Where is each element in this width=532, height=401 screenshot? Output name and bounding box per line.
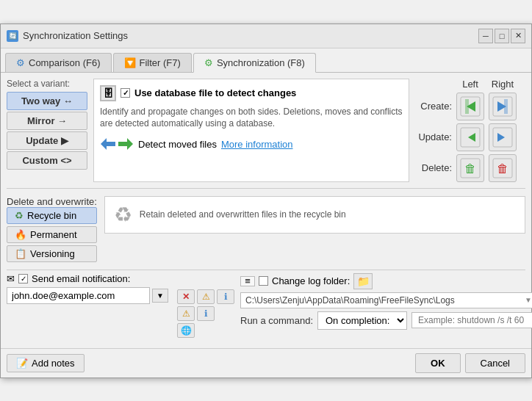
version-icon: 📋 bbox=[15, 248, 26, 259]
variant-custom-button[interactable]: Custom <> bbox=[7, 151, 87, 170]
separator-1 bbox=[7, 188, 525, 189]
cancel-button[interactable]: Cancel bbox=[465, 353, 525, 373]
detect-left-arrow-icon bbox=[100, 137, 116, 151]
db-detect-checkbox[interactable]: ✓ bbox=[121, 88, 130, 98]
more-info-link[interactable]: More information bbox=[221, 139, 293, 150]
svg-rect-7 bbox=[504, 99, 508, 114]
database-icon: 🗄 bbox=[100, 85, 116, 101]
command-label: Run a command: bbox=[240, 315, 313, 326]
svg-text:🗑: 🗑 bbox=[497, 162, 508, 175]
email-section: ✉ ✓ Send email notification: ▼ bbox=[7, 273, 168, 304]
delete-left-trash-icon: 🗑 bbox=[459, 157, 481, 179]
delete-right-button[interactable]: 🗑 bbox=[489, 154, 517, 182]
delete-label: Delete: bbox=[415, 162, 452, 173]
tab-comparison-label: Comparison (F6) bbox=[29, 57, 101, 68]
tabs-bar: ⚙ Comparison (F6) 🔽 Filter (F7) ⚙ Synchr… bbox=[1, 48, 531, 73]
arrow-col-labels: Left Right bbox=[456, 79, 525, 90]
email-checkbox[interactable]: ✓ bbox=[18, 274, 28, 283]
versioning-button[interactable]: 📋 Versioning bbox=[7, 245, 97, 262]
svg-marker-0 bbox=[101, 138, 115, 150]
command-select[interactable]: On completion: bbox=[317, 311, 407, 330]
delete-options: ♻ Recycle bin 🔥 Permanent 📋 Versioning bbox=[7, 207, 97, 262]
description-text: Identify and propagate changes on both s… bbox=[100, 106, 403, 131]
info-action-button[interactable]: ℹ bbox=[217, 289, 234, 304]
svg-rect-4 bbox=[465, 99, 469, 114]
detect-icons bbox=[100, 137, 134, 151]
notes-icon: 📝 bbox=[16, 358, 28, 369]
recycle-icon: ♻ bbox=[15, 210, 24, 221]
log-path-input[interactable] bbox=[240, 292, 532, 308]
update-left-arrow-icon bbox=[459, 126, 481, 148]
arrows-panel: Left Right Create: bbox=[415, 79, 525, 182]
log-header-label: Change log folder: bbox=[272, 275, 350, 286]
description-panel: 🗄 ✓ Use database file to detect changes … bbox=[93, 79, 409, 182]
maximize-button[interactable]: □ bbox=[495, 29, 509, 43]
envelope-icon: ✉ bbox=[7, 273, 15, 284]
footer-left: 📝 Add notes bbox=[7, 354, 85, 372]
close-button[interactable]: ✕ bbox=[511, 29, 525, 43]
email-action-row-3: 🌐 bbox=[177, 323, 234, 338]
tab-synchronization[interactable]: ⚙ Synchronization (F8) bbox=[193, 53, 316, 73]
create-row: Create: bbox=[415, 93, 525, 120]
gear-icon: ⚙ bbox=[16, 57, 25, 68]
email-action-row-2: ⚠ ℹ bbox=[177, 306, 234, 321]
create-left-arrow-icon bbox=[459, 95, 481, 118]
email-action-row-1: ✕ ⚠ ℹ bbox=[177, 289, 234, 304]
variant-two-way-button[interactable]: Two way ↔ bbox=[7, 92, 87, 110]
fire-icon: 🔥 bbox=[15, 229, 26, 240]
content-area: Select a variant: Two way ↔ Mirror → Upd… bbox=[1, 73, 531, 344]
window-title: Synchronization Settings bbox=[23, 30, 128, 41]
command-input[interactable] bbox=[411, 312, 532, 328]
bottom-section: ✉ ✓ Send email notification: ▼ ✕ ⚠ ℹ ⚠ bbox=[7, 273, 525, 338]
right-col-label: Right bbox=[489, 79, 517, 90]
email-input[interactable] bbox=[7, 287, 150, 304]
update-left-button[interactable] bbox=[456, 123, 484, 151]
delete-overwrite-panel: Delete and overwrite: ♻ Recycle bin 🔥 Pe… bbox=[7, 196, 97, 262]
variant-update-button[interactable]: Update ▶ bbox=[7, 131, 87, 150]
error-action-button[interactable]: ✕ bbox=[177, 289, 195, 304]
create-label: Create: bbox=[415, 101, 452, 112]
log-dropdown-arrow[interactable]: ▼ bbox=[525, 296, 532, 304]
update-label: Update: bbox=[415, 131, 452, 142]
variant-mirror-button[interactable]: Mirror → bbox=[7, 112, 87, 130]
log-icon: ≡ bbox=[240, 276, 255, 286]
log-checkbox[interactable] bbox=[259, 276, 268, 286]
email-dropdown-button[interactable]: ▼ bbox=[152, 289, 168, 303]
tab-synchronization-label: Synchronization (F8) bbox=[217, 57, 305, 68]
log-folder-button[interactable]: 📁 bbox=[353, 273, 373, 289]
versioning-label: Versioning bbox=[30, 248, 75, 259]
top-section: Select a variant: Two way ↔ Mirror → Upd… bbox=[7, 79, 525, 182]
sync-icon: ⚙ bbox=[204, 57, 213, 68]
log-header: ≡ Change log folder: 📁 bbox=[240, 273, 532, 289]
delete-left-button[interactable]: 🗑 bbox=[456, 154, 484, 182]
recycle-bin-button[interactable]: ♻ Recycle bin bbox=[7, 207, 97, 224]
update-row: Update: bbox=[415, 123, 525, 151]
sync-error-button[interactable]: ⚠ bbox=[177, 306, 195, 321]
tab-filter[interactable]: 🔽 Filter (F7) bbox=[113, 53, 192, 72]
separator-2 bbox=[7, 270, 525, 270]
tab-comparison[interactable]: ⚙ Comparison (F6) bbox=[5, 53, 112, 72]
email-header-label: Send email notification: bbox=[32, 273, 130, 284]
log-path-row: ▼ bbox=[240, 292, 532, 308]
log-path-container: ▼ bbox=[240, 292, 532, 308]
delete-overwrite-label: Delete and overwrite: bbox=[7, 196, 97, 207]
update-right-button[interactable] bbox=[489, 123, 517, 151]
email-header: ✉ ✓ Send email notification: bbox=[7, 273, 168, 284]
delete-right-trash-icon: 🗑 bbox=[492, 157, 514, 179]
create-left-button[interactable] bbox=[456, 93, 484, 120]
log-section: ≡ Change log folder: 📁 ▼ Run a command: … bbox=[240, 273, 532, 330]
warning-action-button[interactable]: ⚠ bbox=[197, 289, 215, 304]
global-action-button[interactable]: 🌐 bbox=[177, 323, 195, 338]
minimize-button[interactable]: ─ bbox=[478, 29, 493, 43]
email-input-row: ▼ bbox=[7, 287, 168, 304]
ok-button[interactable]: OK bbox=[415, 353, 461, 373]
permanent-button[interactable]: 🔥 Permanent bbox=[7, 226, 97, 243]
sync-info-button[interactable]: ℹ bbox=[197, 306, 215, 321]
create-right-button[interactable] bbox=[489, 93, 517, 120]
permanent-label: Permanent bbox=[30, 229, 77, 240]
app-icon: 🔄 bbox=[7, 30, 18, 42]
delete-overwrite-section: Delete and overwrite: ♻ Recycle bin 🔥 Pe… bbox=[7, 192, 525, 267]
add-notes-button[interactable]: 📝 Add notes bbox=[7, 354, 85, 372]
variant-panel: Select a variant: Two way ↔ Mirror → Upd… bbox=[7, 79, 87, 182]
detect-right-arrow-icon bbox=[118, 137, 134, 151]
